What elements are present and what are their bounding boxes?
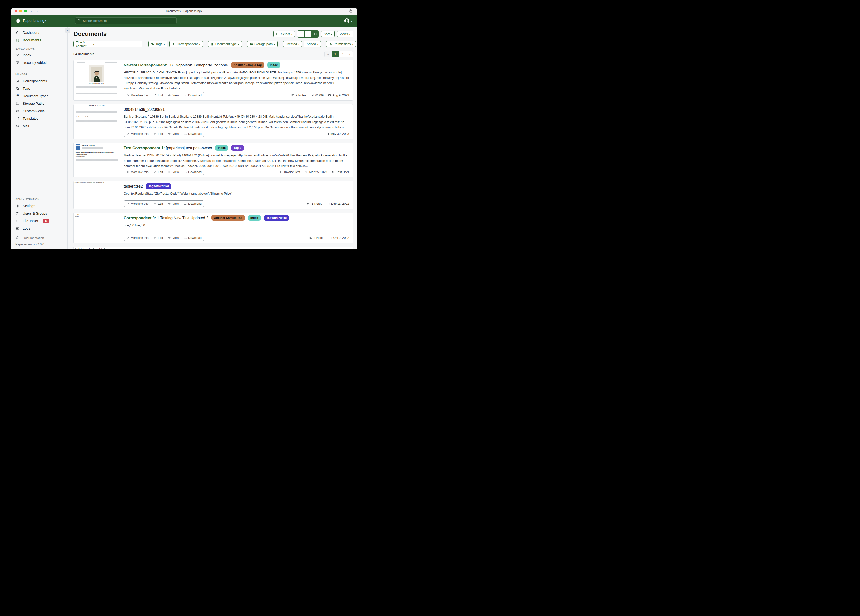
download-button[interactable]: Download bbox=[181, 169, 204, 175]
sidebar-collapse-button[interactable]: « bbox=[65, 28, 70, 33]
brand[interactable]: Paperless-ngx bbox=[11, 18, 67, 23]
document-thumbnail[interactable]: Serial Number,Company Name,Employee Mark… bbox=[74, 247, 120, 249]
folder-icon bbox=[250, 42, 253, 46]
tag-pill[interactable]: Inbox bbox=[215, 145, 228, 151]
sidebar-item-dashboard[interactable]: Dashboard bbox=[11, 29, 67, 36]
document-title[interactable]: tablerates2 TagWithPartial bbox=[124, 184, 349, 189]
edit-button[interactable]: Edit bbox=[151, 92, 165, 98]
document-title[interactable]: Newest Correspondent: H7_Napoleon_Bonapa… bbox=[124, 63, 349, 68]
sidebar-item-inbox[interactable]: Inbox bbox=[11, 52, 67, 59]
view-grid-button[interactable] bbox=[304, 30, 311, 37]
tag-pill[interactable]: Inbox bbox=[267, 62, 280, 68]
download-button[interactable]: Download bbox=[181, 130, 204, 137]
title-content-dropdown[interactable]: Title & content ▾ bbox=[74, 41, 97, 47]
document-card[interactable]: one,1.0 five,5.0 Correspondent 9: 1 Test… bbox=[74, 213, 353, 243]
notes-meta[interactable]: 1 Notes bbox=[309, 236, 324, 239]
user-menu[interactable]: ▾ bbox=[344, 18, 352, 24]
document-correspondent[interactable]: Test Correspondent 1: bbox=[124, 146, 165, 150]
download-button[interactable]: Download bbox=[181, 92, 204, 98]
tags-filter-button[interactable]: Tags ▾ bbox=[148, 41, 167, 47]
select-button[interactable]: Select ▾ bbox=[273, 30, 295, 37]
document-thumbnail[interactable]: ⛨ BANK OF SCOTLAND 2,0 % p. a. auf Ihr T… bbox=[74, 104, 120, 139]
sidebar-item-tags[interactable]: Tags bbox=[11, 85, 67, 92]
sidebar-item-mail[interactable]: Mail bbox=[11, 122, 67, 130]
view-button[interactable]: View bbox=[165, 234, 181, 241]
tag-pill[interactable]: TagWithPartial bbox=[264, 215, 289, 221]
edit-button[interactable]: Edit bbox=[151, 201, 165, 207]
sidebar-item-users-groups[interactable]: Users & Groups bbox=[11, 210, 67, 217]
document-thumbnail[interactable]: Country,Region/State,"Zip/Postal Code","… bbox=[74, 181, 120, 209]
document-thumbnail[interactable]: Medical Teacher Has the new Kirkpatrick … bbox=[74, 143, 120, 177]
permissions-filter-button[interactable]: Permissions ▾ bbox=[326, 41, 356, 47]
sidebar-item-documentation[interactable]: Documentation bbox=[11, 234, 67, 241]
document-card[interactable]: ⛨ BANK OF SCOTLAND 2,0 % p. a. auf Ihr T… bbox=[74, 104, 353, 139]
pagination-page-1[interactable]: 1 bbox=[332, 51, 339, 57]
sidebar-item-recently-added[interactable]: Recently Added bbox=[11, 59, 67, 66]
global-search[interactable] bbox=[75, 17, 176, 24]
share-icon[interactable] bbox=[349, 9, 353, 13]
sidebar-item-custom-fields[interactable]: Custom Fields bbox=[11, 107, 67, 115]
tag-pill[interactable]: Tag 2 bbox=[231, 145, 244, 151]
document-card[interactable]: Country,Region/State,"Zip/Postal Code","… bbox=[74, 181, 353, 209]
notes-meta[interactable]: 1 Notes bbox=[307, 202, 322, 206]
more-like-this-button[interactable]: More like this bbox=[124, 169, 151, 175]
more-like-this-button[interactable]: More like this bbox=[124, 201, 151, 207]
added-filter-button[interactable]: Added ▾ bbox=[304, 41, 321, 47]
chevron-down-icon: ▾ bbox=[163, 43, 165, 46]
tag-pill[interactable]: Another Sample Tag bbox=[212, 215, 245, 221]
title-content-input[interactable] bbox=[97, 41, 142, 47]
view-button[interactable]: View bbox=[165, 92, 181, 98]
document-card[interactable]: Serial Number,Company Name,Employee Mark… bbox=[74, 247, 353, 249]
card-actions: More like this Edit bbox=[124, 130, 204, 137]
tag-pill[interactable]: Inbox bbox=[248, 215, 261, 221]
sidebar-item-file-tasks[interactable]: File Tasks 16 bbox=[11, 217, 67, 225]
download-button[interactable]: Download bbox=[181, 234, 204, 241]
document-title[interactable]: Test Correspondent 1: [paperless] test p… bbox=[124, 145, 349, 151]
document-thumbnail[interactable]: NAPOLEON BONAPARTE bbox=[74, 60, 120, 101]
more-like-this-button[interactable]: More like this bbox=[124, 130, 151, 137]
view-details-button[interactable] bbox=[311, 30, 319, 37]
sidebar-item-settings[interactable]: Settings bbox=[11, 202, 67, 210]
sidebar-item-correspondents[interactable]: Correspondents bbox=[11, 77, 67, 85]
sidebar-item-logs[interactable]: Logs bbox=[11, 225, 67, 232]
more-like-this-button[interactable]: More like this bbox=[124, 234, 151, 241]
document-thumbnail[interactable]: one,1.0 five,5.0 bbox=[74, 213, 120, 243]
view-list-button[interactable] bbox=[297, 30, 304, 37]
edit-button[interactable]: Edit bbox=[151, 130, 165, 137]
document-type-filter-button[interactable]: Document type ▾ bbox=[208, 41, 242, 47]
document-card[interactable]: NAPOLEON BONAPARTE Newest Correspondent:… bbox=[74, 60, 353, 101]
created-date-meta: Oct 2, 2022 bbox=[329, 236, 349, 239]
views-button[interactable]: Views ▾ bbox=[337, 30, 353, 37]
created-filter-button[interactable]: Created ▾ bbox=[283, 41, 302, 47]
sidebar-item-document-types[interactable]: # Document Types bbox=[11, 92, 67, 100]
correspondent-filter-button[interactable]: Correspondent ▾ bbox=[169, 41, 203, 47]
thumb-text: one,1.0 bbox=[74, 213, 120, 216]
view-button[interactable]: View bbox=[165, 201, 181, 207]
search-input[interactable] bbox=[82, 19, 174, 23]
document-correspondent[interactable]: Correspondent 9: bbox=[124, 216, 156, 220]
sidebar-item-documents[interactable]: Documents bbox=[11, 36, 67, 44]
date-value: May 30, 2023 bbox=[331, 132, 349, 135]
storage-path-filter-button[interactable]: Storage path ▾ bbox=[247, 41, 278, 47]
sidebar-item-templates[interactable]: Templates bbox=[11, 115, 67, 122]
sidebar-item-storage-paths[interactable]: Storage Paths bbox=[11, 100, 67, 107]
pagination-next-button[interactable]: » bbox=[346, 51, 353, 57]
edit-button[interactable]: Edit bbox=[151, 234, 165, 241]
edit-button[interactable]: Edit bbox=[151, 169, 165, 175]
view-button[interactable]: View bbox=[165, 130, 181, 137]
tag-pill[interactable]: TagWithPartial bbox=[146, 183, 171, 189]
pagination-prev-button[interactable]: « bbox=[325, 51, 332, 57]
sort-button[interactable]: Sort ▾ bbox=[321, 30, 334, 37]
download-button[interactable]: Download bbox=[181, 201, 204, 207]
tag-pill[interactable]: Another Sample Tag bbox=[231, 62, 265, 68]
document-title[interactable]: Correspondent 9: 1 Testing New Title Upd… bbox=[124, 215, 349, 221]
document-title[interactable]: 0004814539_20230531 bbox=[124, 107, 349, 112]
view-button[interactable]: View bbox=[165, 169, 181, 175]
created-date-meta: Dec 11, 2022 bbox=[326, 202, 349, 206]
notes-meta[interactable]: 2 Notes bbox=[291, 93, 306, 97]
thumb-link-line bbox=[75, 158, 92, 158]
more-like-this-button[interactable]: More like this bbox=[124, 92, 151, 98]
pagination-page-2[interactable]: 2 bbox=[339, 51, 346, 57]
document-card[interactable]: Medical Teacher Has the new Kirkpatrick … bbox=[74, 143, 353, 178]
document-correspondent[interactable]: Newest Correspondent: bbox=[124, 63, 167, 67]
